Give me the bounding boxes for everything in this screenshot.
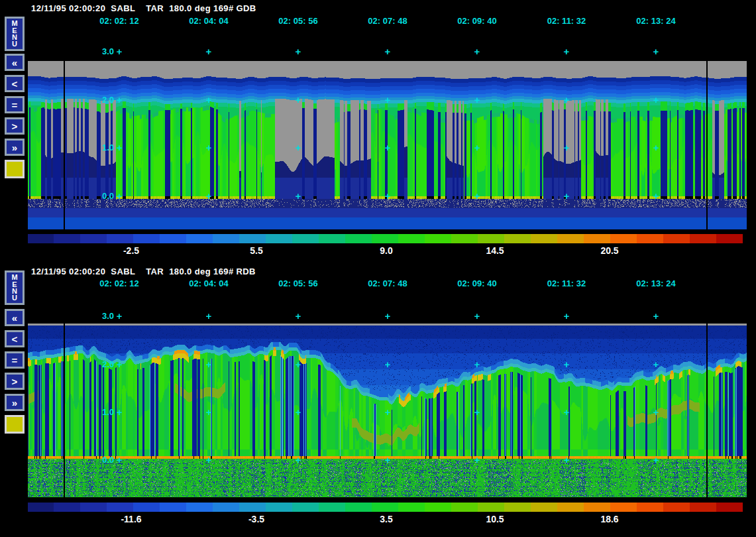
color-swatch-button[interactable]: [5, 415, 25, 434]
fast-forward-button[interactable]: »: [5, 394, 25, 411]
step-forward-button[interactable]: >: [5, 373, 25, 390]
colorbar-tick-label: 14.5: [465, 245, 525, 256]
plus-marker: +: [652, 311, 660, 321]
sabl-lidar-display: 12/11/95 02:00:20 SABL TAR 180.0 deg 169…: [0, 0, 756, 537]
colorbar-tick-label: -2.5: [101, 245, 161, 256]
plus-marker: +: [205, 311, 213, 321]
time-tick-label: 02: 13: 24: [620, 278, 692, 288]
time-tick-label: 02: 04: 04: [172, 16, 245, 26]
time-cursor-line-right[interactable]: [706, 324, 708, 497]
colorbar-tick-label: -11.6: [101, 514, 161, 524]
time-tick-label: 02: 09: 40: [441, 16, 513, 26]
double-left-arrow-icon: «: [12, 313, 17, 323]
time-tick-label: 02: 05: 56: [262, 278, 335, 288]
double-left-arrow-icon: «: [12, 58, 17, 68]
plus-marker: +: [384, 311, 392, 321]
plus-marker: +: [473, 46, 481, 56]
step-backward-button[interactable]: <: [5, 330, 25, 347]
time-tick-label: 02: 02: 12: [83, 278, 156, 288]
height-tick-label: 2.0: [81, 95, 114, 105]
backscatter-heatmap-gdb[interactable]: [28, 61, 747, 229]
pause-icon: =: [12, 100, 18, 110]
colorbar-tick-label: 5.5: [227, 245, 286, 256]
time-tick-label: 02: 11: 32: [530, 278, 603, 288]
plus-marker: +: [294, 46, 302, 56]
plus-marker: +: [115, 46, 123, 56]
step-backward-button[interactable]: <: [5, 75, 25, 92]
height-tick-label: 3.0: [81, 311, 114, 321]
pause-button[interactable]: =: [5, 351, 25, 369]
colorbar-tick-label: 20.5: [580, 245, 639, 256]
time-tick-label: 02: 04: 04: [172, 278, 245, 288]
time-cursor-line-right[interactable]: [706, 61, 708, 229]
fast-forward-button[interactable]: »: [5, 139, 25, 156]
plus-marker: +: [563, 311, 570, 321]
time-cursor-line-left[interactable]: [64, 61, 65, 229]
plus-marker: +: [205, 46, 213, 56]
colorbar-tick-label: 18.6: [580, 514, 639, 524]
time-tick-label: 02: 09: 40: [441, 278, 513, 288]
menu-button[interactable]: M E N U: [5, 270, 25, 305]
right-arrow-icon: >: [12, 377, 18, 387]
colorbar-tick-label: 3.5: [356, 514, 416, 524]
menu-button[interactable]: M E N U: [5, 17, 25, 51]
time-tick-label: 02: 07: 48: [351, 16, 424, 26]
menu-label: M E N U: [11, 274, 17, 302]
height-tick-label: 0.0: [81, 455, 114, 465]
colorbar-tick-label: 10.5: [465, 514, 525, 524]
colorbar-tick-label: -3.5: [227, 514, 286, 524]
plus-marker: +: [563, 46, 570, 56]
color-swatch-button[interactable]: [5, 160, 25, 178]
plus-marker: +: [294, 311, 302, 321]
step-forward-button[interactable]: >: [5, 117, 25, 135]
double-right-arrow-icon: »: [12, 398, 17, 408]
pause-icon: =: [12, 355, 18, 365]
fast-backward-button[interactable]: «: [5, 309, 25, 326]
plus-marker: +: [473, 311, 481, 321]
time-tick-label: 02: 11: 32: [530, 16, 603, 26]
fast-backward-button[interactable]: «: [5, 54, 25, 71]
colorbar-tick-label: 9.0: [356, 245, 416, 256]
time-tick-label: 02: 07: 48: [351, 278, 424, 288]
right-arrow-icon: >: [12, 121, 18, 131]
plus-marker: +: [384, 46, 392, 56]
plus-marker: +: [652, 46, 660, 56]
time-tick-label: 02: 13: 24: [620, 16, 692, 26]
menu-label: M E N U: [11, 20, 17, 48]
plus-marker: +: [115, 311, 123, 321]
height-tick-label: 1.0: [81, 407, 114, 417]
time-tick-label: 02: 05: 56: [262, 16, 335, 26]
time-cursor-line-left[interactable]: [64, 324, 65, 497]
left-arrow-icon: <: [12, 79, 18, 89]
height-tick-label: 3.0: [81, 46, 114, 56]
double-right-arrow-icon: »: [12, 143, 17, 152]
height-tick-label: 0.0: [81, 191, 114, 201]
panel-title: 12/11/95 02:00:20 SABL TAR 180.0 deg 169…: [31, 3, 256, 13]
panel-title: 12/11/95 02:00:20 SABL TAR 180.0 deg 169…: [31, 267, 256, 276]
height-tick-label: 2.0: [81, 359, 114, 369]
left-arrow-icon: <: [12, 334, 18, 344]
colorbar-gdb: [28, 234, 743, 243]
colorbar-rdb: [28, 503, 743, 512]
time-tick-label: 02: 02: 12: [83, 16, 156, 26]
height-tick-label: 1.0: [81, 143, 114, 152]
backscatter-heatmap-rdb[interactable]: [28, 324, 747, 497]
pause-button[interactable]: =: [5, 96, 25, 113]
